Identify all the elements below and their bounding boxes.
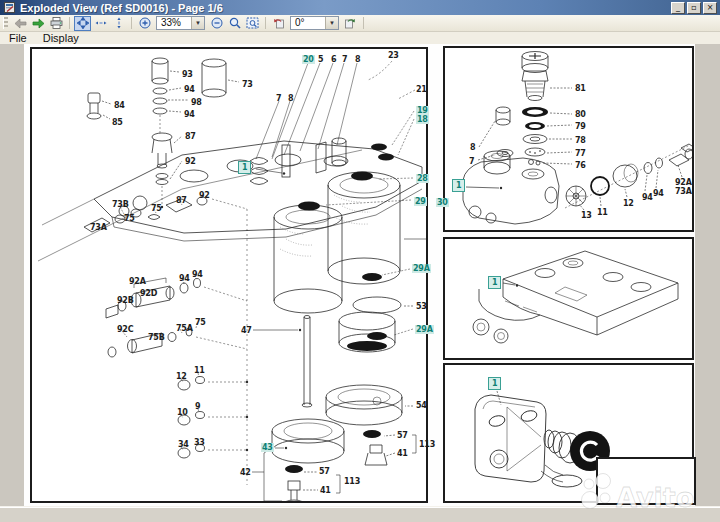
window-controls: _ ▫ ×	[671, 2, 718, 14]
part-label-84: 84	[114, 101, 125, 110]
zoom-out-button[interactable]	[208, 16, 225, 31]
part-label-13: 13	[581, 211, 592, 220]
part-label-92A: 92A	[129, 277, 146, 286]
part-label-92B: 92B	[117, 296, 134, 305]
exploded-view-top-right-panel: 818079787776871131112949492A73A	[443, 46, 694, 232]
fit-width-button[interactable]	[92, 16, 109, 31]
application-window: { "window": { "title": "Exploded View (R…	[0, 0, 720, 522]
part-label-73A: 73A	[90, 223, 107, 232]
part-label-41: 41	[320, 486, 331, 495]
part-label-28: 28	[416, 174, 429, 183]
part-label-12: 12	[623, 199, 634, 208]
fit-height-button[interactable]	[110, 16, 127, 31]
part-label-7: 7	[469, 157, 474, 166]
part-label-75: 75	[195, 318, 206, 327]
part-label-92: 92	[185, 157, 196, 166]
fit-page-button[interactable]	[74, 16, 91, 31]
zoom-out-icon	[211, 17, 223, 29]
exploded-drawing-main	[32, 49, 426, 501]
part-label-1: 1	[488, 377, 501, 390]
part-label-11: 11	[194, 366, 205, 375]
exploded-view-middle-right-panel: 1	[443, 237, 694, 360]
zoom-select-icon	[246, 17, 259, 29]
forward-button[interactable]	[30, 16, 47, 31]
part-label-43: 43	[261, 443, 274, 452]
part-label-92C: 92C	[117, 325, 133, 334]
zoom-dropdown-arrow-icon[interactable]: ▼	[191, 17, 204, 29]
print-button[interactable]	[48, 16, 65, 31]
part-label-77: 77	[575, 149, 586, 158]
zoom-select-button[interactable]	[244, 16, 261, 31]
rotation-dropdown-arrow-icon[interactable]: ▼	[325, 17, 338, 29]
part-label-20: 20	[302, 55, 315, 64]
part-label-94: 94	[184, 110, 195, 119]
part-label-7: 7	[276, 94, 281, 103]
part-label-9: 9	[195, 402, 200, 411]
part-label-73: 73	[242, 80, 253, 89]
part-label-54: 54	[416, 401, 427, 410]
restore-button[interactable]: ▫	[687, 2, 701, 14]
part-label-12: 12	[176, 372, 187, 381]
back-button[interactable]	[12, 16, 29, 31]
part-label-75: 75	[124, 214, 135, 223]
part-label-94: 94	[192, 270, 203, 279]
part-label-87: 87	[176, 196, 187, 205]
part-label-75A: 75A	[176, 324, 193, 333]
window-title: Exploded View (Ref SD0016) - Page 1/6	[15, 2, 671, 14]
fit-page-icon	[77, 17, 89, 29]
part-label-29A: 29A	[415, 325, 434, 334]
close-button[interactable]: ×	[703, 2, 717, 14]
part-label-94: 94	[179, 274, 190, 283]
part-label-7: 7	[342, 55, 347, 64]
part-label-78: 78	[575, 136, 586, 145]
part-label-41: 41	[397, 449, 408, 458]
rotate-left-button[interactable]	[270, 16, 287, 31]
part-label-57: 57	[397, 431, 408, 440]
part-label-6: 6	[331, 55, 336, 64]
part-label-94: 94	[642, 193, 653, 202]
part-label-33: 33	[194, 438, 205, 447]
app-icon	[4, 2, 15, 13]
part-label-75: 75	[151, 204, 162, 213]
rotate-right-icon	[344, 17, 357, 29]
part-label-94: 94	[184, 85, 195, 94]
part-label-18: 18	[416, 115, 429, 124]
menu-display[interactable]: Display	[43, 32, 79, 44]
part-label-85: 85	[112, 118, 123, 127]
part-label-1: 1	[238, 161, 251, 174]
menu-file[interactable]: File	[9, 32, 27, 44]
zoom-level-combobox[interactable]: 33% ▼	[156, 16, 205, 30]
part-label-34: 34	[178, 440, 189, 449]
print-icon	[50, 17, 63, 29]
part-label-53: 53	[416, 302, 427, 311]
part-label-92A: 92A	[675, 178, 692, 187]
rotation-combobox[interactable]: 0° ▼	[290, 16, 339, 30]
minimize-button[interactable]: _	[671, 2, 685, 14]
caption-box	[596, 457, 696, 505]
fit-height-icon	[114, 17, 124, 29]
part-label-10: 10	[177, 408, 188, 417]
part-label-76: 76	[575, 161, 586, 170]
part-label-29: 29	[414, 197, 427, 206]
part-label-5: 5	[318, 55, 323, 64]
zoom-in-button[interactable]	[136, 16, 153, 31]
part-label-73B: 73B	[112, 200, 129, 209]
document-canvas[interactable]: 9394989473848587921205678232178191828293…	[0, 44, 720, 506]
toolbar-grip[interactable]	[3, 17, 8, 29]
rotate-right-button[interactable]	[342, 16, 359, 31]
rotation-value: 0°	[291, 17, 325, 29]
part-label-21: 21	[416, 85, 427, 94]
magnifier-button[interactable]	[226, 16, 243, 31]
part-label-23: 23	[388, 51, 399, 60]
toolbar-separator	[131, 17, 132, 29]
title-bar: Exploded View (Ref SD0016) - Page 1/6 _ …	[0, 0, 720, 15]
part-label-92: 92	[199, 191, 210, 200]
part-label-42: 42	[240, 468, 251, 477]
fit-width-icon	[95, 18, 107, 28]
back-arrow-icon	[14, 18, 27, 29]
part-label-8: 8	[288, 94, 293, 103]
part-label-98: 98	[191, 98, 202, 107]
part-label-30: 30	[436, 198, 449, 207]
part-label-8: 8	[355, 55, 360, 64]
part-label-81: 81	[575, 84, 586, 93]
